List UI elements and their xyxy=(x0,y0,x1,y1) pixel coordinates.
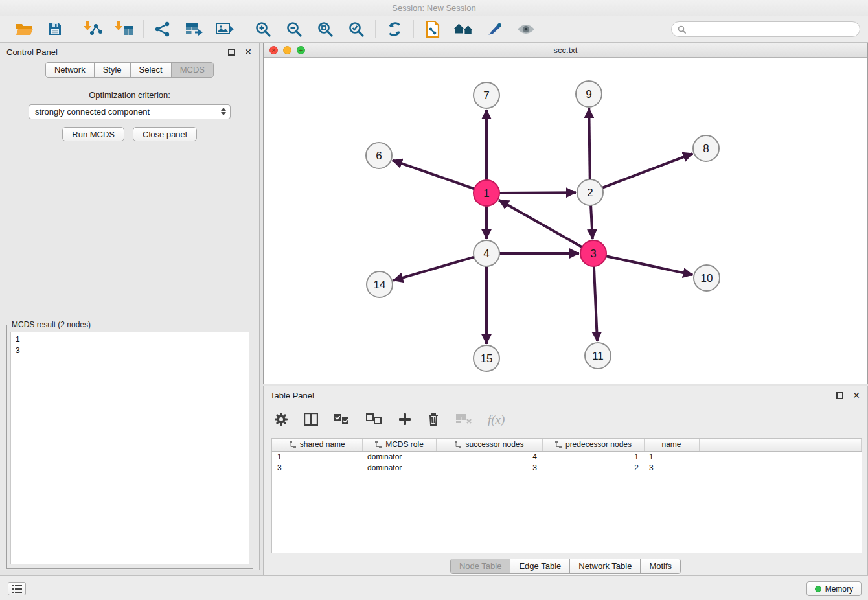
cell-successor-nodes[interactable]: 4 xyxy=(436,451,542,462)
network-window: scc.txt 7968124314101511 xyxy=(263,43,868,384)
cell-mcds-role[interactable]: dominator xyxy=(362,451,436,462)
table-row[interactable]: 1 dominator 4 1 1 xyxy=(272,451,862,462)
window-titlebar: Session: New Session xyxy=(0,0,868,16)
graph-edge-1-6[interactable] xyxy=(393,160,474,189)
cell-successor-nodes[interactable]: 3 xyxy=(436,462,542,473)
search-field[interactable] xyxy=(671,21,860,37)
tab-network[interactable]: Network xyxy=(46,63,95,77)
tab-style[interactable]: Style xyxy=(95,63,131,77)
cell-predecessor-nodes[interactable]: 2 xyxy=(542,462,644,473)
control-panel: Control Panel Network Style Select MCDS … xyxy=(0,43,260,570)
graph-edge-2-9[interactable] xyxy=(589,108,589,179)
column-header-shared-name[interactable]: shared name xyxy=(272,439,362,451)
import-network-icon xyxy=(84,21,103,38)
close-panel-icon[interactable] xyxy=(244,47,253,57)
graph-node-label: 8 xyxy=(703,143,709,155)
close-window-icon[interactable] xyxy=(269,46,278,54)
tab-network-table[interactable]: Network Table xyxy=(570,559,641,573)
neighbors-icon xyxy=(453,21,474,37)
close-panel-button[interactable]: Close panel xyxy=(133,127,197,141)
function-builder-button[interactable]: f(x) xyxy=(488,413,505,427)
control-panel-header: Control Panel xyxy=(0,43,259,61)
refresh-button[interactable] xyxy=(384,19,405,40)
graph-edge-3-10[interactable] xyxy=(606,256,693,275)
select-all-button[interactable] xyxy=(334,413,350,427)
zoom-selected-button[interactable] xyxy=(346,19,367,40)
clear-selection-button[interactable] xyxy=(366,413,383,427)
cell-shared-name[interactable]: 3 xyxy=(272,462,362,473)
cell-name[interactable]: 3 xyxy=(644,462,699,473)
run-mcds-button[interactable]: Run MCDS xyxy=(62,127,124,141)
table-panel-title: Table Panel xyxy=(270,391,314,400)
apply-style-button[interactable] xyxy=(485,19,505,40)
network-canvas[interactable]: 7968124314101511 xyxy=(264,58,867,384)
float-panel-icon[interactable] xyxy=(836,392,843,399)
tab-select[interactable]: Select xyxy=(131,63,172,77)
network-document-button[interactable] xyxy=(422,19,443,40)
tab-edge-table[interactable]: Edge Table xyxy=(510,559,570,573)
network-graph[interactable]: 7968124314101511 xyxy=(264,58,867,384)
graph-node-label: 11 xyxy=(592,350,604,362)
new-network-button[interactable] xyxy=(152,19,173,40)
graph-edge-1-2[interactable] xyxy=(499,192,576,193)
search-icon xyxy=(678,25,686,34)
column-header-predecessor-nodes[interactable]: predecessor nodes xyxy=(542,439,644,451)
graph-edge-2-3[interactable] xyxy=(591,205,593,239)
task-history-button[interactable] xyxy=(8,582,26,595)
graph-edge-3-11[interactable] xyxy=(594,266,597,341)
share-network-icon xyxy=(154,21,171,38)
cell-mcds-role[interactable]: dominator xyxy=(362,462,436,473)
show-hide-button[interactable] xyxy=(516,19,536,40)
tab-motifs[interactable]: Motifs xyxy=(641,559,680,573)
show-columns-button[interactable] xyxy=(304,413,318,428)
zoom-out-button[interactable] xyxy=(284,19,304,40)
mcds-result-box: MCDS result (2 nodes) 1 3 xyxy=(6,320,253,569)
table-settings-button[interactable] xyxy=(274,412,288,428)
graph-edge-4-14[interactable] xyxy=(393,257,474,281)
zoom-window-icon[interactable] xyxy=(297,46,305,54)
column-header-name[interactable]: name xyxy=(644,439,699,451)
column-header-successor-nodes[interactable]: successor nodes xyxy=(436,439,542,451)
graph-edge-2-8[interactable] xyxy=(602,154,693,188)
zoom-in-button[interactable] xyxy=(253,19,273,40)
criterion-dropdown[interactable]: strongly connected component xyxy=(29,104,231,119)
graph-edges xyxy=(393,108,693,344)
network-table-icon xyxy=(184,21,203,38)
import-table-icon xyxy=(115,21,134,38)
open-session-button[interactable] xyxy=(14,19,34,40)
table-panel-tabs: Node Table Edge Table Network Table Moti… xyxy=(450,559,681,574)
optimization-criterion-label: Optimization criterion: xyxy=(0,90,259,100)
table-panel: Table Panel f(x) xyxy=(263,386,868,575)
import-table-button[interactable] xyxy=(114,19,135,40)
float-panel-icon[interactable] xyxy=(228,49,235,56)
save-session-button[interactable] xyxy=(45,19,65,40)
column-sort-icon xyxy=(289,441,297,448)
cell-name[interactable]: 1 xyxy=(644,451,699,462)
first-neighbors-button[interactable] xyxy=(453,19,474,40)
add-column-button[interactable] xyxy=(398,413,411,428)
close-panel-icon[interactable] xyxy=(852,390,861,400)
import-network-button[interactable] xyxy=(83,19,104,40)
minimize-window-icon[interactable] xyxy=(283,46,291,54)
graph-edge-3-1[interactable] xyxy=(499,200,582,247)
zoom-fit-button[interactable] xyxy=(315,19,336,40)
graph-node-label: 4 xyxy=(483,248,489,260)
delete-table-button[interactable] xyxy=(455,413,472,428)
cell-shared-name[interactable]: 1 xyxy=(272,451,362,462)
tab-mcds[interactable]: MCDS xyxy=(172,63,213,77)
delete-column-button[interactable] xyxy=(427,412,440,428)
graph-node-label: 15 xyxy=(481,352,493,365)
table-panel-header: Table Panel xyxy=(264,386,867,404)
memory-button[interactable]: Memory xyxy=(806,581,862,596)
zoom-selected-icon xyxy=(348,21,365,38)
table-row[interactable]: 3 dominator 3 2 3 xyxy=(272,462,862,473)
cell-predecessor-nodes[interactable]: 1 xyxy=(542,451,644,462)
search-input[interactable] xyxy=(689,25,854,34)
tab-node-table[interactable]: Node Table xyxy=(451,559,511,573)
export-image-button[interactable] xyxy=(214,19,235,40)
dropdown-stepper-icon xyxy=(221,108,226,115)
select-all-icon xyxy=(334,413,350,425)
network-table-button[interactable] xyxy=(183,19,204,40)
mcds-result-list[interactable]: 1 3 xyxy=(10,332,249,564)
column-header-mcds-role[interactable]: MCDS role xyxy=(362,439,436,451)
